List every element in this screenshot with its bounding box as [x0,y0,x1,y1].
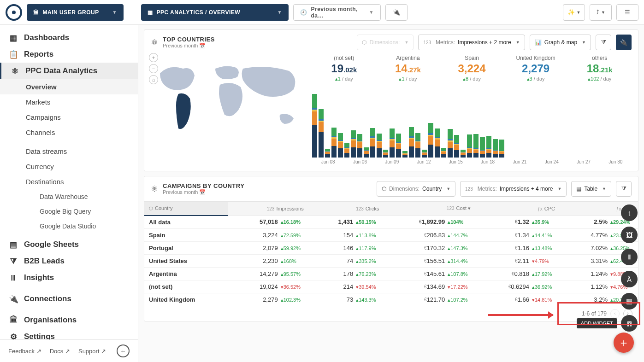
hamburger-icon: ☰ [625,9,630,16]
world-map[interactable] [151,55,307,142]
atom-icon: ⚛ [151,37,158,47]
xaxis-label: Jun 12 [408,159,440,164]
col-cpc[interactable]: ƒxCPC [475,202,560,216]
app-logo[interactable] [6,4,22,21]
filter-button[interactable]: ⧩ [616,181,632,197]
back-button[interactable]: ← [117,344,130,357]
col-country[interactable]: ⬡Country [144,202,228,216]
bars-icon: ⫼ [9,274,18,282]
filter-icon: ⧩ [601,39,606,46]
cube-icon: ⬡ [382,186,386,192]
chevron-down-icon: ▼ [369,10,374,15]
share-icon: ⤴ [596,9,599,16]
nav-item-google-sheets[interactable]: ▤Google Sheets [0,236,138,253]
table-row[interactable]: Portugal2,079▴59.92%146▴117.9%€170.32▴14… [144,241,638,254]
table-row[interactable]: Spain3,224▴72.59%154▴113.8%€206.83▴144.7… [144,228,638,241]
nav-item-organisations[interactable]: 🏛Organisations [0,312,138,328]
atom-icon: ⚛ [151,184,158,194]
nav-item-data-streams[interactable]: Data streams [0,144,138,159]
rail-text-button[interactable]: t [621,204,638,221]
xaxis-label: Jun 06 [344,159,376,164]
date-range-label: Previous month, da… [311,6,366,19]
table-row[interactable]: Argentina14,279▴95.57%178▴76.23%€145.61▴… [144,267,638,280]
pager-prev[interactable]: ‹ [610,309,620,318]
image-icon: 🖼 [626,231,633,239]
metrics-dropdown[interactable]: 123 Metrics: Impressions + 2 more ▼ [418,35,525,50]
plug-button[interactable]: 🔌 [616,35,632,50]
nav-item-ppc-data-analytics[interactable]: ⚛PPC Data Analytics [0,63,138,79]
nav-item-connections[interactable]: 🔌Connections [0,291,138,307]
nav-item-channels[interactable]: Channels [0,125,138,140]
nav-item-currency[interactable]: Currency [0,159,138,174]
metrics-dropdown[interactable]: 123 Metrics: Impressions + 4 more ▼ [460,181,567,197]
view-dropdown[interactable]: ▤ Table ▼ [571,181,611,197]
theme-button[interactable]: ✨▼ [563,4,585,21]
share-button[interactable]: ⤴▼ [590,4,612,21]
table-row[interactable]: All data57,018▴16.18%1,431▴50.15%€1,892.… [144,216,638,229]
table-row[interactable]: United States2,230▴168%74▴335.2%€156.51▴… [144,254,638,267]
card-subtitle: Previous month 📅 [163,43,215,49]
plug-icon: 🔌 [9,295,18,303]
nav-item-markets[interactable]: Markets [0,94,138,110]
nav-item-campaigns[interactable]: Campaigns [0,110,138,125]
rail-draw-button[interactable]: Å [621,271,638,287]
recenter-button[interactable]: ⌂ [149,75,158,84]
sparkle-icon: ✨ [567,9,575,16]
nav-item-overview[interactable]: Overview [0,79,138,94]
xaxis-label: Jun 03 [312,159,344,164]
nav-item-dashboards[interactable]: ▦Dashboards [0,29,138,46]
nav-item-destinations[interactable]: Destinations [0,174,138,189]
nav-label: Reports [24,50,53,59]
col-clicks[interactable]: 123Clicks [308,202,384,216]
nav-item-google-big-query[interactable]: Google Big Query [0,204,138,219]
nav-item-insights[interactable]: ⫼Insights [0,269,138,286]
dimensions-dropdown[interactable]: ⬡ Dimensions: Country ▼ [377,181,455,197]
nav-label: Google Big Query [40,208,91,215]
fab-add-button[interactable]: ＋ [614,333,634,353]
date-range-dropdown[interactable]: 🕘 Previous month, da… ▼ [293,4,381,21]
zoom-in-button[interactable]: + [149,53,158,62]
xaxis-label: Jun 09 [376,159,408,164]
footer-docs[interactable]: Docs ↗ [50,348,70,355]
footer-support[interactable]: Support ↗ [78,348,106,355]
footer-feedback[interactable]: Feedback ↗ [8,348,41,355]
col-cost[interactable]: 123Cost ▾ [384,202,475,216]
view-dropdown[interactable]: 📊 Graph & map ▼ [530,35,591,50]
zoom-out-button[interactable]: − [149,64,158,73]
nav-item-reports[interactable]: 📋Reports [0,46,138,63]
nav-item-data-warehouse[interactable]: Data Warehouse [0,189,138,204]
rail-add-widget-button[interactable]: ADD WIDGET ⩎ [621,315,638,332]
gear-icon: ⚙ [9,333,18,339]
plug-icon: 🔌 [393,9,400,16]
nav-label: Data Warehouse [40,193,88,200]
rail-image-button[interactable]: 🖼 [621,227,638,243]
nav-item-b2b-leads[interactable]: ⧩B2B Leads [0,253,138,269]
nav-label: Dashboards [24,33,69,42]
filter-button[interactable]: ⧩ [596,35,611,50]
rail-chart-button[interactable]: ⫴ [621,249,638,265]
col-impressions[interactable]: 123Impressions [228,202,308,216]
table-row[interactable]: United Kingdom2,279▴102.3%73▴143.3%€121.… [144,293,638,306]
clipboard-icon: 📋 [9,50,18,58]
nav-label: Campaigns [26,113,61,121]
user-group-dropdown[interactable]: 🏛 MAIN USER GROUP ▼ [27,4,124,21]
clock-icon: 🕘 [300,9,307,16]
bank-icon: 🏛 [33,9,39,16]
xaxis-label: Jun 15 [440,159,472,164]
nav-label: B2B Leads [24,257,65,266]
context-dropdown[interactable]: ▦ PPC ANALYTICS / OVERVIEW ▼ [141,4,289,21]
sheet-icon: ▤ [9,240,18,249]
add-widget-tooltip: ADD WIDGET [577,318,617,328]
menu-button[interactable]: ☰ [616,4,638,21]
nav-label: Google Data Studio [40,222,96,230]
nav-item-google-data-studio[interactable]: Google Data Studio [0,219,138,234]
user-group-label: MAIN USER GROUP [43,9,99,16]
table-row[interactable]: (not set)19,024▾36.52%214▾39.54%€134.69▾… [144,280,638,293]
connection-button[interactable]: 🔌 [385,4,408,21]
grid-icon: ▦ [626,297,632,305]
nav-item-settings[interactable]: ⚙Settings [0,328,138,339]
text-icon: t [628,209,630,217]
chart-icon: 📊 [535,39,542,46]
rail-grid-button[interactable]: ▦ [621,293,638,309]
dimensions-dropdown[interactable]: ⬡ Dimensions: ▼ [357,35,414,50]
